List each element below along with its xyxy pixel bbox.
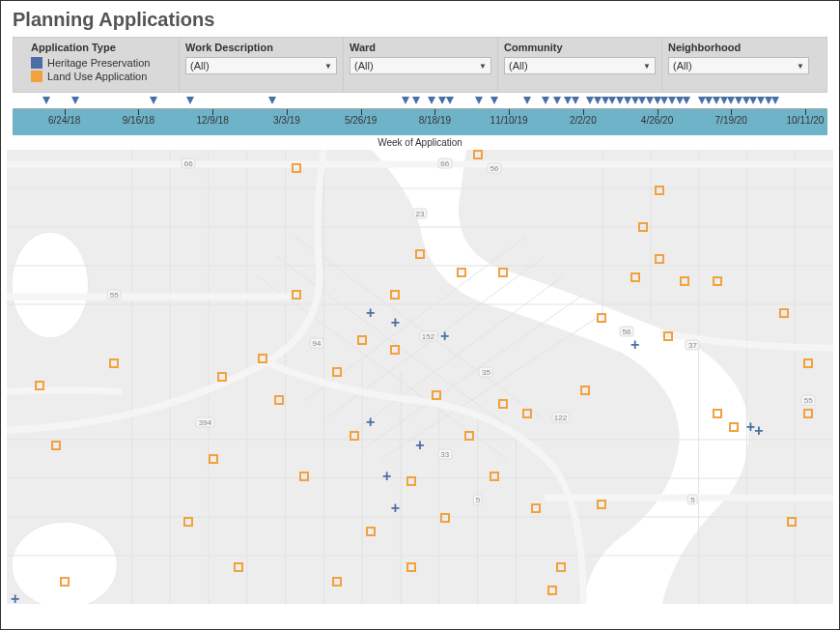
map-point-landuse[interactable] xyxy=(713,276,722,286)
filter-neighborhood: Neighborhood (All) ▼ xyxy=(662,38,815,92)
map-point-landuse[interactable] xyxy=(109,358,119,368)
map-point-landuse[interactable] xyxy=(787,517,797,527)
filter-label-community: Community xyxy=(504,42,656,53)
timeline[interactable]: 6/24/189/16/1812/9/183/3/195/26/198/18/1… xyxy=(13,97,827,148)
map-point-landuse[interactable] xyxy=(366,527,376,536)
map-point-landuse[interactable] xyxy=(292,163,301,173)
map-point-landuse[interactable] xyxy=(432,390,441,400)
select-community[interactable]: (All) ▼ xyxy=(504,57,656,74)
filter-application-type: Application Type Heritage Preservation L… xyxy=(25,38,180,92)
map-point-landuse[interactable] xyxy=(630,272,640,282)
map-point-landuse[interactable] xyxy=(597,500,606,509)
highway-shield: 152 xyxy=(419,330,437,341)
map-point-landuse[interactable] xyxy=(35,381,44,390)
map-point-landuse[interactable] xyxy=(406,562,416,572)
map-point-landuse[interactable] xyxy=(498,399,508,409)
map-point-landuse[interactable] xyxy=(332,367,342,377)
map-point-heritage[interactable]: + xyxy=(391,318,400,328)
map-point-landuse[interactable] xyxy=(580,386,590,395)
map-point-landuse[interactable] xyxy=(490,472,499,481)
timeline-marker xyxy=(490,97,498,104)
select-ward[interactable]: (All) ▼ xyxy=(350,57,491,74)
map-point-landuse[interactable] xyxy=(390,290,400,300)
map-point-landuse[interactable] xyxy=(209,454,218,464)
map-point-landuse[interactable] xyxy=(299,472,309,481)
map-point-landuse[interactable] xyxy=(292,290,301,300)
timeline-tick-label: 12/9/18 xyxy=(196,115,228,126)
map-point-landuse[interactable] xyxy=(183,517,193,527)
map-point-landuse[interactable] xyxy=(803,409,813,418)
map-point-heritage[interactable]: + xyxy=(11,594,19,604)
map-point-landuse[interactable] xyxy=(531,503,541,513)
select-work-description[interactable]: (All) ▼ xyxy=(185,57,337,74)
map-point-heritage[interactable]: + xyxy=(754,426,763,436)
svg-line-26 xyxy=(295,237,546,420)
timeline-marker xyxy=(475,97,483,104)
map-point-landuse[interactable] xyxy=(597,313,606,323)
map-point-landuse[interactable] xyxy=(663,331,673,341)
highway-shield: 56 xyxy=(620,327,634,337)
timeline-tick-label: 2/2/20 xyxy=(570,115,597,126)
legend-text-landuse: Land Use Application xyxy=(47,71,147,82)
svg-point-1 xyxy=(12,232,89,338)
highway-shield: 394 xyxy=(196,417,214,428)
timeline-marker xyxy=(428,97,435,104)
map-point-landuse[interactable] xyxy=(217,372,227,382)
map-point-landuse[interactable] xyxy=(357,335,367,345)
svg-point-0 xyxy=(12,522,117,604)
highway-shield: 122 xyxy=(551,413,570,423)
map-point-heritage[interactable]: + xyxy=(630,340,639,350)
map-point-heritage[interactable]: + xyxy=(366,308,375,318)
map-point-landuse[interactable] xyxy=(803,358,813,368)
highway-shield: 56 xyxy=(488,162,502,173)
map-point-landuse[interactable] xyxy=(258,354,267,363)
legend-item-landuse[interactable]: Land Use Application xyxy=(31,71,173,82)
map-point-landuse[interactable] xyxy=(390,345,400,355)
map-point-landuse[interactable] xyxy=(522,409,532,418)
map-point-landuse[interactable] xyxy=(440,513,450,523)
map-point-landuse[interactable] xyxy=(234,562,243,572)
timeline-marker xyxy=(542,97,549,104)
map-point-landuse[interactable] xyxy=(779,308,789,318)
map-point-landuse[interactable] xyxy=(332,577,342,587)
map-point-landuse[interactable] xyxy=(498,268,508,277)
map-point-landuse[interactable] xyxy=(60,577,70,587)
filter-community: Community (All) ▼ xyxy=(498,38,662,92)
chevron-down-icon: ▼ xyxy=(643,62,651,71)
map-point-landuse[interactable] xyxy=(406,476,416,486)
map-point-landuse[interactable] xyxy=(464,431,474,441)
timeline-tick-label: 4/26/20 xyxy=(641,115,673,126)
timeline-marker xyxy=(150,97,157,104)
timeline-tick-label: 3/3/19 xyxy=(273,115,300,126)
map-point-landuse[interactable] xyxy=(713,409,722,418)
chevron-down-icon: ▼ xyxy=(324,62,332,71)
highway-shield: 55 xyxy=(801,394,816,405)
filter-ward: Ward (All) ▼ xyxy=(344,38,498,92)
legend-item-heritage[interactable]: Heritage Preservation xyxy=(31,57,173,69)
map-point-landuse[interactable] xyxy=(655,186,664,195)
map-point-heritage[interactable]: + xyxy=(382,472,391,481)
map-point-heritage[interactable]: + xyxy=(366,417,375,427)
map-point-landuse[interactable] xyxy=(655,254,664,264)
map-point-landuse[interactable] xyxy=(638,222,648,232)
select-neighborhood[interactable]: (All) ▼ xyxy=(668,57,809,74)
map-point-landuse[interactable] xyxy=(415,249,425,259)
timeline-band[interactable]: 6/24/189/16/1812/9/183/3/195/26/198/18/1… xyxy=(13,108,827,135)
map-point-landuse[interactable] xyxy=(729,422,739,432)
map-point-heritage[interactable]: + xyxy=(440,331,449,341)
map-point-landuse[interactable] xyxy=(274,395,284,405)
map-point-landuse[interactable] xyxy=(51,441,61,450)
filter-work-description: Work Description (All) ▼ xyxy=(180,38,344,92)
filter-label-work: Work Description xyxy=(185,42,337,53)
map-point-landuse[interactable] xyxy=(547,586,557,595)
map[interactable]: ++++++++++++6666562355152375635122339439… xyxy=(7,150,833,604)
map-point-landuse[interactable] xyxy=(457,268,466,277)
map-point-landuse[interactable] xyxy=(556,562,566,572)
map-point-landuse[interactable] xyxy=(680,276,689,286)
map-point-landuse[interactable] xyxy=(473,150,483,159)
map-point-heritage[interactable]: + xyxy=(415,441,424,450)
map-point-landuse[interactable] xyxy=(350,431,359,441)
map-point-heritage[interactable]: + xyxy=(391,503,400,513)
timeline-tick-label: 5/26/19 xyxy=(345,115,377,126)
timeline-marker xyxy=(186,97,194,104)
